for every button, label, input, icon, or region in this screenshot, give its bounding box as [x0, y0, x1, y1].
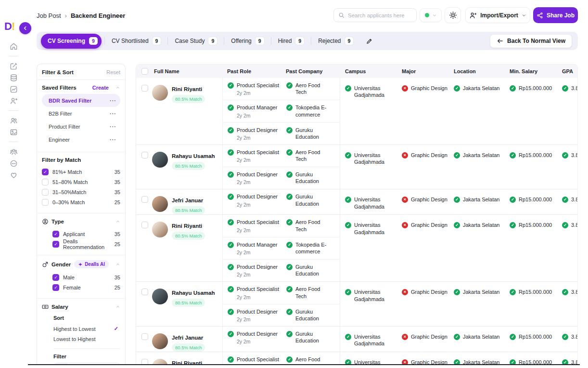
match-score-badge: 80.5% Match	[172, 232, 205, 240]
checkbox[interactable]	[141, 196, 148, 203]
role-text: Product Manager	[237, 104, 277, 111]
breadcrumb-separator-icon: ›	[65, 12, 67, 19]
type-filter-option[interactable]: ✓Dealls Recommendation25	[52, 239, 120, 249]
more-options-icon[interactable]: ···	[110, 124, 116, 130]
tab-label: Hired	[278, 38, 292, 44]
share-job-button[interactable]: Share Job	[533, 7, 578, 23]
gpa-cell: ✓3.8	[557, 145, 578, 189]
more-options-icon[interactable]: ···	[110, 137, 116, 143]
sidebar-collapse-button[interactable]	[19, 22, 31, 34]
tab-rejected[interactable]: Rejected9	[311, 32, 360, 50]
match-filter-option[interactable]: 31–50%Match35	[42, 187, 120, 197]
tab-offering[interactable]: Offering9	[224, 32, 270, 50]
checkbox[interactable]	[42, 179, 49, 185]
edit-stages-button[interactable]	[362, 34, 376, 48]
match-filter-option[interactable]: 0–30% Match25	[42, 197, 120, 207]
chevron-up-icon[interactable]	[115, 262, 120, 267]
gender-filter-option[interactable]: ✓Male35	[52, 272, 120, 282]
team-icon[interactable]	[6, 146, 21, 158]
divider	[53, 348, 120, 349]
applicant-row[interactable]: Rini Riyanti80.5% Match✓Product Speciali…	[136, 215, 577, 282]
salary-sort-option[interactable]: Highest to Lowest✓	[53, 324, 120, 334]
analytics-icon[interactable]	[6, 83, 21, 95]
checkbox[interactable]: ✓	[52, 274, 59, 281]
circle-ellipsis-icon[interactable]	[6, 158, 21, 169]
salary-sort-option[interactable]: Lowest to Highest	[53, 334, 120, 344]
chevron-up-icon[interactable]	[115, 219, 120, 224]
checkbox[interactable]	[141, 152, 148, 158]
past-company-cell: ✓Aero Food Tech	[281, 286, 340, 300]
past-role-cell: ✓Product Designer2y 2m	[223, 127, 281, 141]
tab-cv-shortlisted[interactable]: CV Shortlisted9	[105, 32, 168, 50]
campus-cell: ✓Universitas Gadjahmada	[340, 78, 397, 145]
check-circle-icon: ✓	[510, 359, 516, 364]
saved-filter-item[interactable]: Engineer···	[42, 133, 120, 146]
saved-filter-item[interactable]: B2B Filter···	[42, 107, 120, 120]
tab-case-study[interactable]: Case Study9	[168, 32, 224, 50]
create-filter-button[interactable]: Create	[92, 85, 109, 91]
min-salary-cell-text: Rp15.000.000	[519, 222, 552, 228]
gender-filter-option[interactable]: ✓Female25	[52, 282, 120, 292]
checkbox[interactable]: ✓	[52, 241, 59, 248]
pipeline-tabs: CV Screening9CV Shortlisted9Case Study9O…	[41, 32, 360, 50]
chevron-up-icon[interactable]	[115, 85, 120, 90]
check-circle-icon: ✓	[454, 289, 460, 295]
tab-cv-screening[interactable]: CV Screening9	[41, 34, 102, 49]
import-export-button[interactable]: Import/Export	[465, 7, 530, 23]
applicant-row[interactable]: Rahayu Usamah80.5% Match✓Product Special…	[136, 145, 577, 190]
checkbox[interactable]	[141, 222, 148, 228]
home-icon[interactable]	[6, 40, 21, 52]
match-filter-label: 51–80% Match	[52, 179, 88, 185]
checkbox[interactable]	[141, 359, 148, 364]
more-options-icon[interactable]: ···	[110, 98, 116, 104]
saved-filter-item[interactable]: Product Filter···	[42, 120, 120, 133]
applicant-row[interactable]: Jefri Januar80.5% Match✓Product Designer…	[136, 189, 577, 215]
checkbox[interactable]	[141, 289, 148, 295]
chevron-up-icon[interactable]	[115, 304, 120, 309]
applicant-row[interactable]: Rini Riyanti80.5% Match✓Product Speciali…	[136, 352, 577, 364]
saved-filter-item[interactable]: BDR Saved Filter···	[42, 94, 120, 107]
users-icon[interactable]	[6, 115, 21, 126]
user-plus-icon[interactable]	[6, 95, 21, 106]
settings-button[interactable]	[445, 7, 461, 23]
match-filter-option[interactable]: 51–80% Match35	[42, 177, 120, 187]
checkbox[interactable]: ✓	[52, 231, 59, 237]
applicant-row[interactable]: Rini Riyanti80.5% Match✓Product Speciali…	[136, 78, 577, 145]
checkbox[interactable]	[141, 333, 148, 340]
cross-circle-icon: ×	[402, 359, 408, 364]
checkbox[interactable]	[42, 189, 49, 196]
more-options-icon[interactable]: ···	[110, 111, 116, 117]
breadcrumb-section[interactable]: Job Post	[37, 12, 61, 19]
past-company-cell: ✓Tokopedia E-commerce	[281, 104, 340, 118]
checkbox[interactable]	[42, 199, 49, 206]
heart-icon[interactable]	[6, 169, 21, 181]
check-circle-icon: ✓	[562, 222, 568, 228]
search-input[interactable]	[348, 13, 412, 18]
role-duration: 2y 2m	[237, 316, 281, 322]
applicant-row[interactable]: Rahayu Usamah80.5% Match✓Product Special…	[136, 282, 577, 327]
checkbox[interactable]: ✓	[42, 169, 49, 175]
match-filter-option[interactable]: ✓81%+ Match35	[42, 167, 120, 177]
gallery-icon[interactable]	[6, 126, 21, 138]
checkbox[interactable]	[141, 85, 148, 92]
applicant-row[interactable]: Jefri Januar80.5% Match✓Product Designer…	[136, 327, 577, 352]
reset-filters-button[interactable]: Reset	[106, 69, 120, 75]
tab-hired[interactable]: Hired9	[271, 32, 311, 50]
database-icon[interactable]	[6, 72, 21, 83]
min-salary-cell-text: Rp15.000.000	[519, 85, 552, 92]
compose-icon[interactable]	[6, 60, 21, 72]
type-filter-option[interactable]: ✓Applicant35	[52, 229, 120, 239]
back-to-normal-view-button[interactable]: Back To Normal View	[490, 35, 572, 48]
role-text: Product Specialist	[237, 286, 279, 292]
checkbox[interactable]	[141, 68, 148, 75]
check-circle-icon: ✓	[228, 194, 234, 200]
past-company-cell: ✓Guruku Education	[281, 127, 340, 141]
check-circle-icon: ✓	[562, 289, 568, 295]
full-name-cell: Rini Riyanti80.5% Match	[136, 215, 222, 281]
table-body: Rini Riyanti80.5% Match✓Product Speciali…	[136, 78, 577, 364]
company-text: Aero Food Tech	[295, 82, 332, 96]
status-dropdown[interactable]	[420, 8, 442, 22]
major-cell-text: Graphic Design	[411, 359, 447, 364]
tab-count-badge: 9	[89, 37, 98, 45]
checkbox[interactable]: ✓	[52, 284, 59, 291]
